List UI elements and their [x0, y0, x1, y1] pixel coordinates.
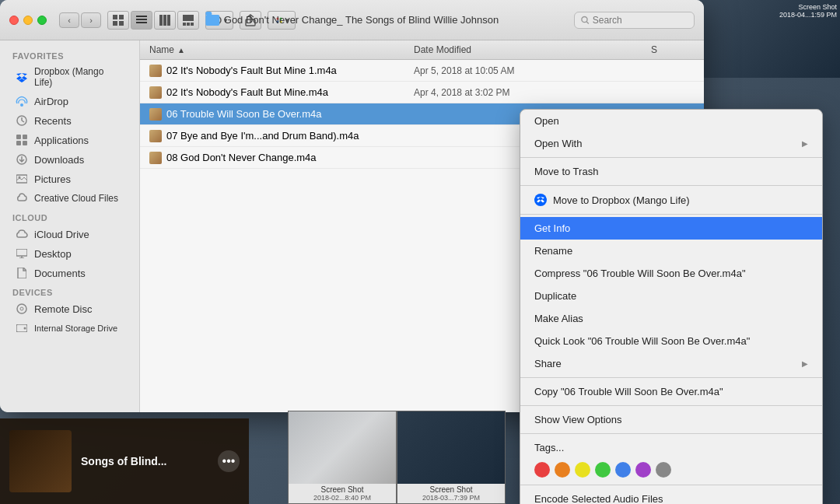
sidebar-item-remote-disc[interactable]: Remote Disc [3, 299, 136, 318]
ctx-show-view-options[interactable]: Show View Options [520, 408, 822, 431]
top-right-screenshot[interactable]: Screen Shot 2018-04...1:59 PM [700, 0, 840, 78]
creative-cloud-icon [16, 192, 28, 205]
traffic-lights [9, 16, 47, 25]
downloads-icon [16, 153, 28, 166]
table-row[interactable]: 02 It's Nobody's Fault But Mine 1.m4a Ap… [140, 60, 704, 82]
view-list[interactable] [131, 11, 152, 30]
file-name: 06 Trouble Will Soon Be Over.m4a [140, 108, 404, 121]
window-title-text: God Don't Never Change_ The Songs of Bli… [224, 14, 499, 26]
ctx-get-info[interactable]: Get Info [520, 217, 822, 240]
tag-dot-green[interactable] [595, 462, 611, 478]
screenshots-row: Screen Shot 2018-02...8:40 PM Screen Sho… [288, 411, 506, 504]
sidebar-item-icloud-drive[interactable]: iCloud Drive [3, 225, 136, 243]
view-gallery[interactable] [177, 11, 199, 30]
svg-line-27 [22, 121, 24, 122]
file-name: 02 It's Nobody's Fault But Mine 1.m4a [140, 65, 404, 77]
tag-dot-purple[interactable] [635, 462, 651, 478]
ctx-move-dropbox[interactable]: Move to Dropbox (Mango Life) [520, 188, 822, 212]
col-name-header[interactable]: Name ▲ [140, 44, 404, 55]
sidebar-section-icloud: iCloud [0, 208, 139, 224]
tag-dot-orange[interactable] [555, 462, 570, 478]
file-name: 02 It's Nobody's Fault But Mine.m4a [140, 86, 404, 99]
sidebar-item-creative-cloud[interactable]: Creative Cloud Files [3, 189, 136, 208]
svg-rect-30 [16, 141, 21, 145]
title-bar: ‹ › ▾ ▾ [0, 0, 704, 40]
ctx-encode[interactable]: Encode Selected Audio Files [520, 488, 822, 504]
svg-rect-10 [183, 15, 194, 21]
svg-rect-13 [191, 23, 194, 26]
ctx-share[interactable]: Share ▶ [520, 352, 822, 375]
ctx-make-alias[interactable]: Make Alias [520, 307, 822, 330]
svg-rect-2 [113, 21, 117, 26]
search-bar[interactable] [574, 12, 695, 29]
ctx-open[interactable]: Open [520, 110, 822, 132]
ctx-quick-look[interactable]: Quick Look "06 Trouble Will Soon Be Over… [520, 330, 822, 352]
back-button[interactable]: ‹ [59, 12, 79, 28]
ctx-separator [520, 433, 822, 434]
file-date: Apr 4, 2018 at 3:02 PM [404, 87, 704, 98]
sidebar-item-desktop[interactable]: Desktop [3, 244, 136, 263]
ctx-duplicate[interactable]: Duplicate [520, 285, 822, 307]
sidebar-item-applications-label: Applications [34, 135, 89, 146]
search-input[interactable] [593, 15, 688, 26]
svg-rect-7 [159, 15, 163, 26]
column-header: Name ▲ Date Modified S [140, 40, 704, 60]
file-icon [149, 86, 162, 99]
sidebar-item-dropbox[interactable]: Dropbox (Mango Life) [3, 63, 136, 91]
sidebar-item-documents-label: Documents [34, 268, 86, 279]
dropbox-icon [16, 71, 28, 83]
ctx-compress[interactable]: Compress "06 Trouble Will Soon Be Over.m… [520, 262, 822, 285]
sidebar-item-downloads-label: Downloads [34, 154, 84, 166]
tag-dot-gray[interactable] [656, 462, 671, 478]
table-row[interactable]: 02 It's Nobody's Fault But Mine.m4a Apr … [140, 82, 704, 103]
ctx-tags[interactable]: Tags... [520, 436, 822, 459]
screenshot-1[interactable]: Screen Shot 2018-02...8:40 PM [288, 411, 397, 504]
close-button[interactable] [9, 16, 19, 25]
pictures-icon [16, 173, 28, 185]
sidebar-item-airdrop[interactable]: AirDrop [3, 92, 136, 110]
sidebar-item-internal-storage[interactable]: Internal Storage Drive [3, 319, 136, 338]
sidebar-item-icloud-label: iCloud Drive [34, 229, 89, 240]
svg-rect-0 [113, 15, 117, 19]
svg-point-39 [20, 307, 23, 310]
ctx-copy[interactable]: Copy "06 Trouble Will Soon Be Over.m4a" [520, 380, 822, 403]
sidebar-item-pictures[interactable]: Pictures [3, 170, 136, 188]
sidebar-item-applications[interactable]: Applications [3, 131, 136, 149]
ctx-move-trash[interactable]: Move to Trash [520, 160, 822, 183]
music-title: Songs of Blind... [81, 455, 208, 467]
ctx-open-with[interactable]: Open With ▶ [520, 132, 822, 155]
screenshot-2[interactable]: Screen Shot 2018-03...7:39 PM [397, 411, 506, 504]
disc-icon [16, 303, 28, 315]
ctx-separator [520, 405, 822, 406]
sidebar-item-downloads[interactable]: Downloads [3, 150, 136, 169]
forward-button[interactable]: › [81, 12, 101, 28]
context-menu: Open Open With ▶ Move to Trash Move to D… [520, 109, 823, 504]
col-size-header[interactable]: S [642, 44, 704, 55]
drive-icon [16, 322, 28, 334]
ctx-separator [520, 485, 822, 485]
svg-rect-11 [183, 23, 186, 26]
tag-dot-red[interactable] [534, 462, 550, 478]
ctx-rename[interactable]: Rename [520, 240, 822, 262]
col-date-header[interactable]: Date Modified [404, 44, 642, 55]
music-info: Songs of Blind... [81, 455, 208, 467]
sidebar-item-recents[interactable]: Recents [3, 111, 136, 130]
top-thumb-label: Screen Shot [798, 3, 837, 11]
svg-rect-4 [136, 16, 147, 17]
sidebar-item-pictures-label: Pictures [34, 173, 71, 185]
view-columns[interactable] [154, 11, 176, 30]
minimize-button[interactable] [23, 16, 33, 25]
music-more-button[interactable]: ••• [218, 450, 240, 472]
sidebar-item-remote-disc-label: Remote Disc [34, 303, 92, 315]
screenshot-1-image [289, 411, 396, 484]
view-icon-grid[interactable] [107, 11, 129, 30]
sidebar-item-documents[interactable]: Documents [3, 264, 136, 282]
tag-dot-yellow[interactable] [575, 462, 590, 478]
music-player: Songs of Blind... ••• [0, 418, 249, 504]
sidebar-item-airdrop-label: AirDrop [34, 96, 68, 107]
file-icon [149, 65, 162, 77]
svg-rect-3 [119, 21, 124, 26]
tag-dot-blue[interactable] [615, 462, 631, 478]
maximize-button[interactable] [37, 16, 47, 25]
sidebar-item-internal-storage-label: Internal Storage Drive [34, 324, 117, 333]
